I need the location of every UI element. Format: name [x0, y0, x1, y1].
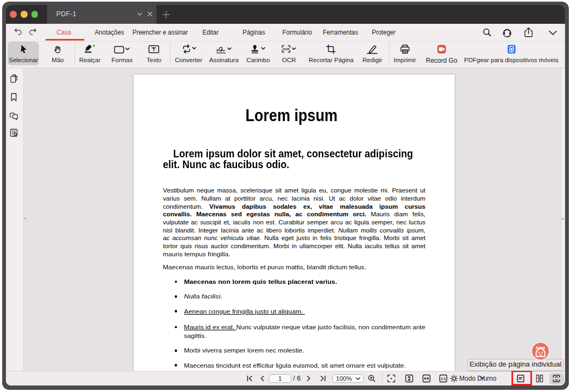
svg-text:1:1: 1:1: [441, 376, 447, 380]
svg-text:OCR: OCR: [283, 48, 289, 51]
